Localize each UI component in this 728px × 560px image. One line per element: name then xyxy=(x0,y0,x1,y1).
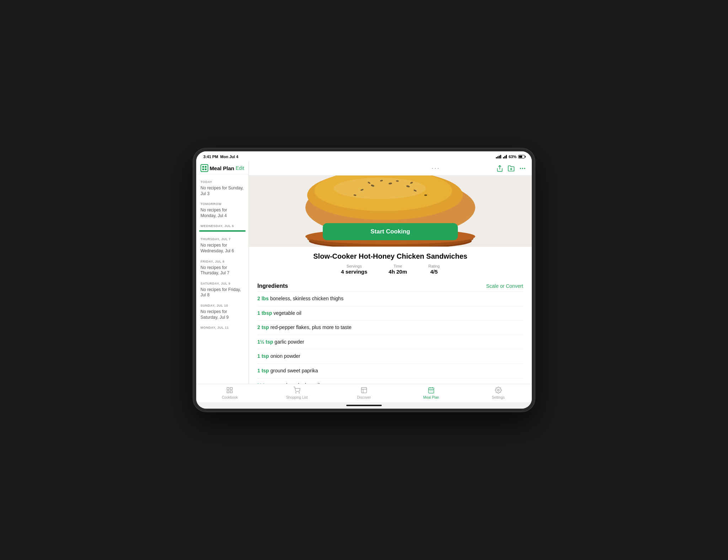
shopping-icon xyxy=(293,387,300,395)
ingredient-text-2: red-pepper flakes, plus more to taste xyxy=(271,324,352,331)
svg-point-60 xyxy=(497,389,499,391)
sidebar-section-sun: SUNDAY, JUL 10 xyxy=(196,301,248,308)
ingredient-amount-4: 1 tsp xyxy=(257,353,269,360)
svg-point-4 xyxy=(524,168,525,169)
start-cooking-button[interactable]: Start Cooking xyxy=(323,223,458,240)
home-bar xyxy=(346,405,382,406)
meta-time-label: Time xyxy=(389,264,407,268)
svg-point-49 xyxy=(299,392,300,393)
sidebar-title: Meal Plan xyxy=(210,165,234,171)
ingredient-text-4: onion powder xyxy=(271,353,300,360)
ingredient-row-1: 1 tbsp vegetable oil xyxy=(257,306,523,321)
device-frame: 3:41 PM Mon Jul 4 63% xyxy=(193,149,535,411)
ingredient-amount-2: 2 tsp xyxy=(257,324,269,331)
recipe-info-section: Slow-Cooker Hot-Honey Chicken Sandwiches… xyxy=(249,247,532,279)
ingredients-title: Ingredients xyxy=(257,283,288,289)
ingredient-row-2: 2 tsp red-pepper flakes, plus more to ta… xyxy=(257,321,523,335)
ingredient-amount-5: 1 tsp xyxy=(257,367,269,375)
sidebar-no-recipe-thu: No recipes for Wednesday, Jul 6 xyxy=(196,242,248,257)
svg-rect-44 xyxy=(227,387,229,389)
meta-time-value: 4h 20m xyxy=(389,269,407,275)
sidebar-section-today: TODAY xyxy=(196,177,248,185)
discover-icon xyxy=(360,387,368,395)
sidebar-section-sat: SATURDAY, JUL 9 xyxy=(196,279,248,286)
sidebar-edit-button[interactable]: Edit xyxy=(236,165,244,171)
ingredient-row-4: 1 tsp onion powder xyxy=(257,349,523,364)
sidebar-section-fri: FRIDAY, JUL 8 xyxy=(196,257,248,264)
tab-discover[interactable]: Discover xyxy=(331,387,398,399)
svg-point-5 xyxy=(520,168,521,169)
recipe-hero-image: Start Cooking xyxy=(249,176,532,247)
sidebar-section-thu: THURSDAY, JUL 7 xyxy=(196,235,248,242)
sidebar-section-tomorrow: TOMORROW xyxy=(196,199,248,207)
ingredient-amount-3: 1½ tsp xyxy=(257,339,273,346)
tab-settings[interactable]: Settings xyxy=(465,387,532,399)
svg-point-3 xyxy=(522,168,523,169)
sidebar-no-recipe-today: No recipes for Sunday, Jul 3 xyxy=(196,185,248,199)
settings-icon xyxy=(495,387,502,395)
tab-settings-label: Settings xyxy=(492,395,505,399)
ingredient-row-6: ¼ tsp ground smoked paprika xyxy=(257,378,523,384)
tab-cookbook[interactable]: Cookbook xyxy=(196,387,263,399)
svg-point-43 xyxy=(334,178,426,199)
tab-mealplan[interactable]: Meal Plan xyxy=(397,387,465,399)
status-date: Mon Jul 4 xyxy=(220,155,239,159)
header-actions xyxy=(496,165,526,172)
svg-rect-45 xyxy=(230,387,232,389)
signal-icon xyxy=(496,155,501,158)
cookbook-icon xyxy=(226,387,233,395)
right-panel-header: ··· xyxy=(249,161,532,176)
svg-rect-47 xyxy=(227,391,229,393)
scale-convert-button[interactable]: Scale or Convert xyxy=(486,283,523,289)
sidebar-recipe-card-wed[interactable]: Slow-Cooker Hot-Honey Chic... Sarah DiGr… xyxy=(199,230,246,232)
svg-rect-50 xyxy=(361,387,366,393)
sidebar-content: TODAY No recipes for Sunday, Jul 3 TOMOR… xyxy=(196,174,248,384)
sidebar-no-recipe-sun: No recipes for Saturday, Jul 9 xyxy=(196,308,248,323)
more-button[interactable] xyxy=(519,165,526,172)
meta-time: Time 4h 20m xyxy=(389,264,407,275)
ingredients-section: Ingredients Scale or Convert 2 lbs bonel… xyxy=(249,279,532,384)
meta-servings-label: Servings xyxy=(341,264,367,268)
battery-icon xyxy=(518,155,525,158)
sidebar-no-recipe-tomorrow: No recipes for Monday, Jul 4 xyxy=(196,207,248,221)
meta-servings-value: 4 servings xyxy=(341,269,367,275)
ingredient-row-3: 1½ tsp garlic powder xyxy=(257,335,523,350)
status-left: 3:41 PM Mon Jul 4 xyxy=(203,155,238,159)
ingredient-amount-1: 1 tbsp xyxy=(257,310,272,317)
tab-cookbook-label: Cookbook xyxy=(222,395,238,399)
tab-shopping[interactable]: Shopping List xyxy=(263,387,331,399)
sidebar: Meal Plan Edit TODAY No recipes for Sund… xyxy=(196,161,249,384)
tab-shopping-label: Shopping List xyxy=(286,395,308,399)
battery-percentage: 63% xyxy=(509,155,516,159)
header-dots: ··· xyxy=(375,165,496,172)
ingredient-row-5: 1 tsp ground sweet paprika xyxy=(257,364,523,378)
svg-rect-46 xyxy=(230,391,232,393)
sidebar-section-mon: MONDAY, JUL 11 xyxy=(196,323,248,330)
recipe-title: Slow-Cooker Hot-Honey Chicken Sandwiches xyxy=(257,252,523,260)
recipe-meta: Servings 4 servings Time 4h 20m Rating 4… xyxy=(257,264,523,275)
ingredient-text-0: boneless, skinless chicken thighs xyxy=(270,295,343,302)
meta-rating: Rating 4/5 xyxy=(428,264,440,275)
tab-mealplan-label: Meal Plan xyxy=(423,395,439,399)
mealplan-icon xyxy=(428,387,435,395)
home-indicator xyxy=(196,402,532,409)
share-button[interactable] xyxy=(496,165,503,172)
grid-icon[interactable] xyxy=(200,164,208,172)
ingredient-text-3: garlic powder xyxy=(274,339,304,346)
tab-discover-label: Discover xyxy=(357,395,371,399)
right-panel: ··· xyxy=(249,161,532,384)
meta-rating-value: 4/5 xyxy=(430,269,438,275)
status-time: 3:41 PM xyxy=(203,155,218,159)
sidebar-recipe-info: Slow-Cooker Hot-Honey Chic... Sarah DiGr… xyxy=(200,230,245,231)
tab-bar: Cookbook Shopping List Discover xyxy=(196,384,532,402)
battery-fill xyxy=(519,156,522,158)
svg-point-48 xyxy=(296,392,296,393)
recipe-view[interactable]: Start Cooking Slow-Cooker Hot-Honey Chic… xyxy=(249,176,532,384)
wifi-icon xyxy=(503,155,507,158)
ingredients-header: Ingredients Scale or Convert xyxy=(257,279,523,292)
sidebar-header: Meal Plan Edit xyxy=(196,161,248,174)
status-right: 63% xyxy=(496,155,525,159)
sidebar-no-recipe-fri: No recipes for Thursday, Jul 7 xyxy=(196,264,248,279)
main-container: Meal Plan Edit TODAY No recipes for Sund… xyxy=(196,161,532,384)
folder-button[interactable] xyxy=(508,165,515,172)
